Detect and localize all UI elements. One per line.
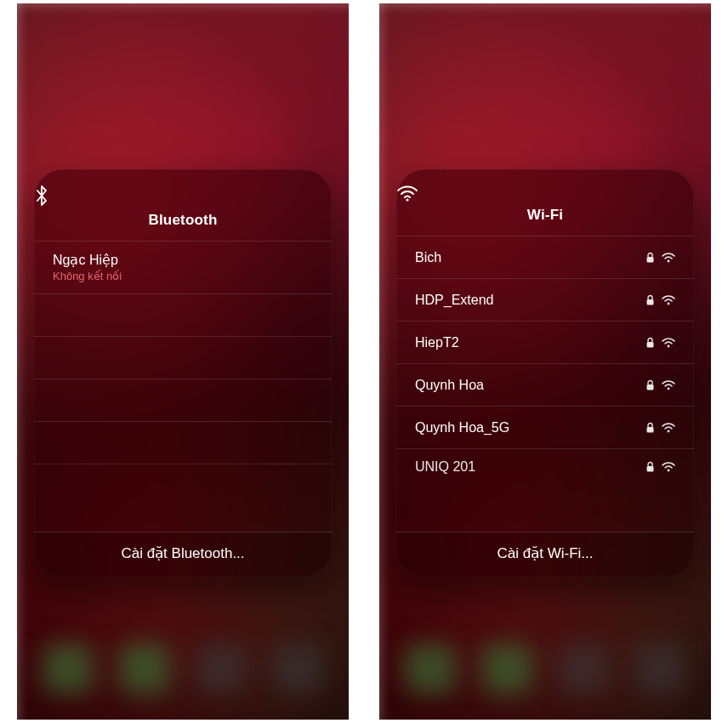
wifi-settings-button[interactable]: Cài đặt Wi-Fi... — [396, 532, 694, 578]
wifi-signal-icon — [662, 423, 675, 433]
svg-rect-1 — [647, 257, 654, 263]
svg-point-10 — [668, 430, 670, 432]
bluetooth-icon — [34, 185, 332, 207]
wifi-panel-header: Wi-Fi — [396, 169, 694, 236]
empty-row — [34, 464, 332, 506]
wifi-network-row[interactable]: Quynh Hoa_5G — [396, 406, 694, 448]
network-name: HDP_Extend — [415, 293, 494, 308]
network-name: Quynh Hoa_5G — [415, 420, 509, 436]
wifi-network-row[interactable]: HiepT2 — [396, 321, 694, 363]
wifi-signal-icon — [662, 295, 675, 305]
bluetooth-device-list[interactable]: Ngạc Hiệp Không kết nối — [34, 241, 332, 532]
bluetooth-panel: Bluetooth Ngạc Hiệp Không kết nối Cài đặ… — [34, 169, 332, 578]
wifi-title: Wi-Fi — [396, 207, 694, 224]
svg-point-6 — [668, 344, 670, 347]
bluetooth-panel-header: Bluetooth — [34, 169, 332, 241]
svg-rect-9 — [647, 427, 654, 433]
lock-icon — [646, 422, 655, 434]
wifi-signal-icon — [662, 380, 675, 390]
svg-rect-7 — [647, 384, 654, 390]
svg-point-0 — [406, 198, 408, 201]
network-name: Bich — [415, 250, 441, 265]
lock-icon — [646, 337, 655, 349]
wifi-network-list[interactable]: Bich HDP_Extend HiepT2 — [396, 236, 694, 532]
svg-point-4 — [668, 302, 670, 305]
bluetooth-settings-button[interactable]: Cài đặt Bluetooth... — [34, 532, 332, 578]
lock-icon — [646, 461, 655, 473]
bluetooth-title: Bluetooth — [34, 212, 332, 229]
svg-rect-3 — [647, 299, 654, 305]
wifi-network-row[interactable]: HDP_Extend — [396, 278, 694, 321]
empty-row — [34, 379, 332, 421]
wifi-signal-icon — [662, 462, 675, 472]
phone-screenshot-bluetooth: Bluetooth Ngạc Hiệp Không kết nối Cài đặ… — [17, 3, 349, 720]
network-name: Quynh Hoa — [415, 378, 484, 393]
wifi-icon — [396, 185, 694, 202]
network-name: HiepT2 — [415, 335, 459, 350]
wifi-signal-icon — [662, 338, 675, 348]
empty-row — [34, 336, 332, 379]
lock-icon — [646, 379, 655, 391]
phone-screenshot-wifi: Wi-Fi Bich HDP_Extend — [379, 3, 711, 720]
lock-icon — [646, 294, 655, 306]
wifi-network-row[interactable]: Quynh Hoa — [396, 363, 694, 406]
svg-point-8 — [668, 387, 670, 390]
svg-point-12 — [668, 469, 670, 471]
empty-row — [34, 293, 332, 336]
empty-row — [34, 421, 332, 464]
bluetooth-device-row[interactable]: Ngạc Hiệp Không kết nối — [34, 241, 332, 293]
svg-point-2 — [668, 259, 670, 262]
wifi-panel: Wi-Fi Bich HDP_Extend — [396, 169, 694, 578]
svg-rect-11 — [647, 466, 654, 472]
device-status: Không kết nối — [53, 270, 122, 283]
wifi-network-row[interactable]: Bich — [396, 236, 694, 278]
svg-rect-5 — [647, 342, 654, 348]
lock-icon — [646, 252, 655, 264]
network-name: UNIQ 201 — [415, 459, 475, 475]
wifi-signal-icon — [662, 253, 675, 263]
wifi-network-row[interactable]: UNIQ 201 — [396, 448, 694, 477]
device-name: Ngạc Hiệp — [53, 252, 122, 269]
